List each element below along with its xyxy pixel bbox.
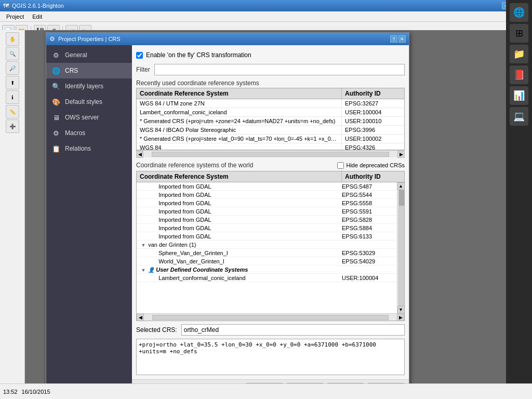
vscroll-up[interactable]: ▲ [397,182,405,190]
sidebar-item-relations[interactable]: 📋 Relations [46,141,132,156]
sidebar-label-macros: Macros [65,129,85,137]
td-auth: USER:100002 [342,135,404,143]
td-crs: WGS 84 / UTM zone 27N [137,99,342,108]
td-tree-crs: Imported from GDAL [137,224,340,232]
identify-tool[interactable]: ℹ [6,90,19,104]
left-panel: ✋ 🔍 🔎 ⬆ ℹ 📏 ➕ [0,30,25,383]
sidebar-item-general[interactable]: ⚙ General [46,47,132,63]
world-vscroll: ▲ ▼ [397,182,404,313]
table-row[interactable]: WGS 84 / UTM zone 27NEPSG:32627 [137,99,404,108]
terminal-icon[interactable]: 💻 [510,107,528,126]
crs-content: Enable 'on the fly' CRS transformation F… [132,45,409,379]
sidebar-item-macros[interactable]: ⚙ Macros [46,125,132,141]
tree-row[interactable]: ▼ 👤 User Defined Coordinate Systems [137,265,397,274]
tree-row[interactable]: Imported from GDAL EPSG:6133 [137,232,397,241]
vscroll-down[interactable]: ▼ [397,306,405,313]
hscroll-right[interactable]: ▶ [397,151,405,158]
world-hscroll-left[interactable]: ◀ [137,314,144,321]
table-row[interactable]: WGS 84EPSG:4326 [137,143,404,150]
recent-hscroll[interactable]: ◀ ▶ [136,150,405,157]
recently-used-table: Coordinate Reference System Authority ID… [136,88,405,150]
measure-tool[interactable]: 📏 [6,105,19,118]
sidebar-item-ows-server[interactable]: 🖥 OWS server [46,110,132,125]
tree-row[interactable]: Imported from GDAL EPSG:5544 [137,191,397,199]
hide-deprecated-label: Hide deprecated CRSs [346,162,405,168]
sidebar-item-default-styles[interactable]: 🎨 Default styles [46,94,132,110]
add-layer-tool[interactable]: ➕ [6,119,19,133]
apps-icon[interactable]: ⊞ [510,24,528,43]
sidebar-item-crs[interactable]: 🌐 CRS [46,63,132,78]
td-crs: * Generated CRS (+proj=stere +lat_0=90 +… [137,135,342,143]
world-hscroll-right[interactable]: ▶ [397,314,404,321]
td-tree-auth: EPSG:5487 [340,183,397,190]
world-table-header: Coordinate Reference System Authority ID [137,171,404,182]
tree-row[interactable]: Imported from GDAL EPSG:5828 [137,216,397,224]
selected-crs-input[interactable] [181,324,405,336]
world-hscroll[interactable]: ◀ ▶ [137,313,404,321]
menu-edit[interactable]: Edit [28,14,46,20]
col-crs: Coordinate Reference System [137,88,342,99]
td-auth: USER:100010 [342,117,404,125]
td-tree-crs: World_Van_der_Grinten_I [137,258,340,265]
world-table-body: Imported from GDAL EPSG:5487 Imported fr… [137,182,397,313]
hscroll-left[interactable]: ◀ [136,151,143,158]
enable-crs-label: Enable 'on the fly' CRS transformation [146,51,251,59]
td-tree-crs: Imported from GDAL [137,191,340,198]
td-tree-auth [340,269,397,270]
hide-deprecated-checkbox[interactable] [337,162,344,169]
general-icon: ⚙ [51,50,61,60]
filter-input[interactable] [154,64,405,75]
menu-project[interactable]: Project [2,14,28,20]
td-tree-crs: ▼ van der Grinten (1) [137,241,340,248]
powerpoint-icon[interactable]: 📊 [510,86,528,105]
sidebar-label-general: General [65,51,87,59]
tree-row[interactable]: Imported from GDAL EPSG:5558 [137,199,397,207]
tree-row[interactable]: World_Van_der_Grinten_I EPSG:54029 [137,257,397,265]
sidebar-item-identify-layers[interactable]: 🔍 Identify layers [46,78,132,94]
enable-crs-checkbox[interactable] [136,52,143,59]
tree-row[interactable]: Imported from GDAL EPSG:5487 [137,182,397,191]
folder-icon[interactable]: 📁 [510,45,528,63]
tree-row[interactable]: Imported from GDAL EPSG:5884 [137,224,397,232]
zoom-out-tool[interactable]: 🔎 [6,61,19,75]
table-row[interactable]: * Generated CRS (+proj=utm +zone=24 +dat… [137,117,404,126]
vscroll-track [398,190,404,306]
dialog-icon: ⚙ [49,35,55,43]
dialog-help-button[interactable]: ? [390,35,397,43]
macros-icon: ⚙ [51,128,61,138]
acrobat-icon[interactable]: 📕 [510,65,528,84]
dialog-background: ⚙ Project Properties | CRS ? ✕ ⚙ General… [25,30,532,383]
table-row[interactable]: Lambert_conformal_conic_icelandUSER:1000… [137,108,404,117]
world-crs-table: Coordinate Reference System Authority ID… [136,171,405,321]
td-crs: Lambert_conformal_conic_iceland [137,108,342,116]
enable-crs-row: Enable 'on the fly' CRS transformation [136,49,405,61]
select-tool[interactable]: ⬆ [6,76,19,89]
table-row[interactable]: WGS 84 / IBCAO Polar StereographicEPSG:3… [137,126,404,135]
sidebar-label-identify-layers: Identify layers [65,83,103,90]
dialog-controls[interactable]: ? ✕ [390,35,406,43]
tree-row[interactable]: Sphere_Van_der_Grinten_I EPSG:53029 [137,249,397,257]
pan-tool[interactable]: ✋ [6,32,19,46]
sidebar-label-relations: Relations [65,145,91,152]
tree-icon: 👤 [148,267,154,273]
td-tree-crs: Imported from GDAL [137,183,340,190]
vscroll-thumb [399,190,404,206]
default-styles-icon: 🎨 [51,97,61,107]
dialog-close-button[interactable]: ✕ [398,35,406,43]
chrome-icon[interactable]: 🌐 [510,3,528,22]
td-crs: WGS 84 / IBCAO Polar Stereographic [137,126,342,134]
td-tree-crs: Imported from GDAL [137,200,340,207]
crs-icon: 🌐 [51,66,61,75]
zoom-in-tool[interactable]: 🔍 [6,47,19,60]
table-header: Coordinate Reference System Authority ID [137,88,404,99]
tree-row[interactable]: ▼ van der Grinten (1) [137,241,397,249]
table-row[interactable]: * Generated CRS (+proj=stere +lat_0=90 +… [137,135,404,143]
menubar: Project Edit [0,11,532,22]
settings-sidebar: ⚙ General 🌐 CRS 🔍 Identify layers 🎨 Defa… [46,45,132,398]
recently-used-section: Recently used coordinate reference syste… [136,78,405,157]
world-crs-label: Coordinate reference systems of the worl… [136,162,253,169]
td-tree-auth: EPSG:53029 [340,249,397,257]
tree-row[interactable]: Imported from GDAL EPSG:5591 [137,207,397,216]
tree-row[interactable]: Lambert_conformal_conic_iceland USER:100… [137,274,397,282]
td-auth: EPSG:32627 [342,99,404,108]
